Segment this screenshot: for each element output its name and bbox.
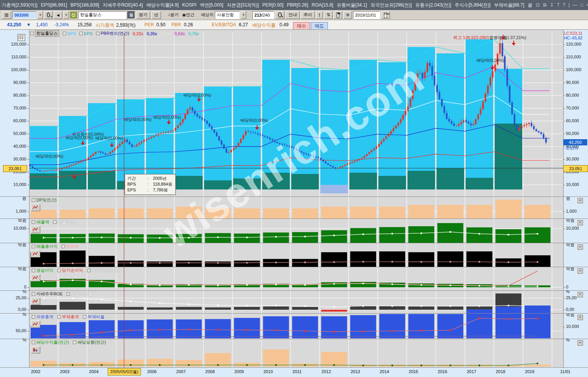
crosshair-price-left: 23,051 [3, 165, 27, 172]
lc-value: LC:523,11 [564, 31, 583, 36]
legend-checkbox[interactable] [79, 32, 83, 35]
radio-quarter[interactable]: ○분기 [168, 12, 179, 18]
link-window-icon[interactable]: ⊞ [543, 2, 547, 8]
chart-type-icon[interactable] [31, 250, 40, 258]
panel-legend: 지배주주ROE영업이익률 [32, 291, 93, 297]
panel-separator [0, 367, 588, 368]
close-icon[interactable]: × [586, 2, 588, 8]
minimize-icon[interactable]: — [573, 2, 578, 8]
x-axis-label: 2015 [409, 369, 418, 374]
legend-checkbox[interactable] [57, 269, 61, 272]
guide-button[interactable]: 안내 [286, 11, 300, 19]
search-icon[interactable] [44, 11, 53, 19]
legend-checkbox[interactable] [83, 315, 86, 319]
period-quarter-button[interactable]: 분기 [136, 11, 150, 19]
title-bar: 가총액[2,593(억)]EPS[86,991]BPS[166,839]지배주주… [0, 0, 588, 10]
axis-tick-label: 120,000 [566, 42, 581, 46]
axis-tick-label: 50,000 [1, 131, 26, 136]
title-metric: 배당수익률[4.9] [146, 2, 178, 8]
panel-legend: DPS(연간) [32, 197, 57, 203]
speaker-icon[interactable]: ◄ [54, 11, 62, 19]
panel-close-icon[interactable]: × [578, 340, 583, 346]
legend-checkbox[interactable] [32, 315, 35, 319]
title-metric: 부채비율[88.7] [494, 2, 524, 8]
chart-type-icon[interactable] [31, 346, 40, 353]
zoom-doc-icon[interactable] [275, 11, 285, 19]
legend-checkbox[interactable] [87, 269, 91, 272]
chart-type-icon[interactable] [31, 226, 40, 233]
grid-settings-icon[interactable] [17, 34, 25, 41]
gear-icon[interactable]: ⊛ [343, 11, 352, 19]
hc-value: HC:-65,82 [564, 36, 583, 40]
sell-button[interactable]: 매도 [311, 22, 328, 30]
x-axis-label: 2007 [176, 369, 185, 374]
font-icon[interactable]: T [557, 2, 559, 8]
buy-button[interactable]: 매수 [293, 22, 310, 30]
legend-checkbox[interactable] [32, 341, 35, 344]
save-icon[interactable] [334, 11, 342, 19]
main-chart-legend: 한일홀딩스BPSEPSPBR밴드(연간)0,22x0,35x0,49x0,63x… [30, 30, 199, 37]
legend-label: 자본총계 [36, 314, 53, 320]
x-axis-label: 2009 [234, 369, 243, 374]
title-metric: 가총액[2,593(억)] [2, 2, 38, 8]
panel-close-icon[interactable]: × [578, 198, 583, 203]
help-icon[interactable]: ? [563, 2, 566, 8]
axis-unit-label: % [1, 289, 26, 294]
legend-checkbox[interactable] [67, 292, 70, 296]
legend-checkbox[interactable] [30, 32, 34, 35]
chart-type-icon[interactable] [31, 274, 40, 281]
calendar-icon[interactable] [381, 11, 390, 19]
chart-type-icon[interactable] [31, 204, 40, 211]
axis-tick-label: 50,000 [566, 131, 579, 136]
legend-checkbox[interactable] [32, 292, 35, 296]
panel-close-icon[interactable]: × [578, 292, 583, 297]
chart-type-icon[interactable] [31, 321, 40, 328]
estimate-select[interactable]: 사용안함 [215, 11, 240, 19]
legend-checkbox[interactable] [63, 32, 66, 35]
date-input[interactable]: 2019/11/01 [353, 11, 380, 19]
popout-icon[interactable]: ⊡ [536, 2, 540, 8]
code-dropdown-icon[interactable]: ▼ [38, 11, 43, 19]
period-month-button[interactable]: 월 [127, 11, 135, 19]
panel-close-icon[interactable]: × [578, 315, 583, 320]
panel-close-icon[interactable]: × [578, 268, 583, 274]
chart-window-icon[interactable]: ▥ [2, 11, 11, 19]
pin-icon[interactable]: ↧ [550, 2, 554, 8]
period-year-button[interactable]: 년 [151, 11, 161, 19]
x-axis-label: 2010 [263, 369, 273, 374]
x-axis-label: 2006 [147, 369, 156, 374]
estimate-dropdown-icon[interactable]: ▼ [241, 11, 246, 19]
event-annotation: 배당락(0,00%) [477, 58, 504, 63]
swap-icon[interactable]: ⇅ [324, 11, 333, 19]
legend-checkbox[interactable] [73, 341, 76, 344]
tooltip-row: BPS:118,884원 [127, 181, 172, 187]
pbr-label: PBR [171, 22, 181, 27]
legend-checkbox[interactable] [32, 220, 35, 224]
radio-annual[interactable]: ◉연간 [182, 12, 195, 18]
stock-name-input[interactable]: 한일홀딩스 [78, 11, 126, 19]
legend-checkbox[interactable] [57, 315, 61, 319]
legend-checkbox[interactable] [32, 245, 35, 248]
legend-checkbox[interactable] [62, 245, 65, 248]
speaker-dropdown-icon[interactable]: ▼ [63, 11, 69, 19]
panel-close-icon[interactable]: × [578, 220, 583, 225]
legend-checkbox[interactable] [32, 198, 35, 202]
stock-code-input[interactable]: 003300 [12, 11, 36, 19]
axis-tick-label: 0 [566, 285, 568, 289]
title-metric: EPS[86,991] [41, 2, 67, 8]
legend-checkbox[interactable] [32, 269, 35, 272]
legend-checkbox[interactable] [96, 32, 99, 35]
panel-separator [0, 243, 588, 243]
alert-button[interactable]: ! [316, 11, 323, 19]
panel-separator [0, 339, 588, 339]
title-metric: 유통비율[34.1] [337, 2, 367, 8]
legend-checkbox[interactable] [53, 220, 57, 224]
chart-type-icon[interactable] [31, 298, 40, 305]
panel-close-icon[interactable]: × [578, 244, 583, 250]
legend-label: 배당수익률(연간) [36, 339, 69, 345]
axis-unit-label: % [1, 312, 26, 317]
trend-button[interactable]: 추이 [301, 11, 315, 19]
maximize-icon[interactable]: □ [581, 2, 583, 8]
axis-unit-label: % [566, 338, 570, 342]
panel-separator [0, 313, 588, 314]
